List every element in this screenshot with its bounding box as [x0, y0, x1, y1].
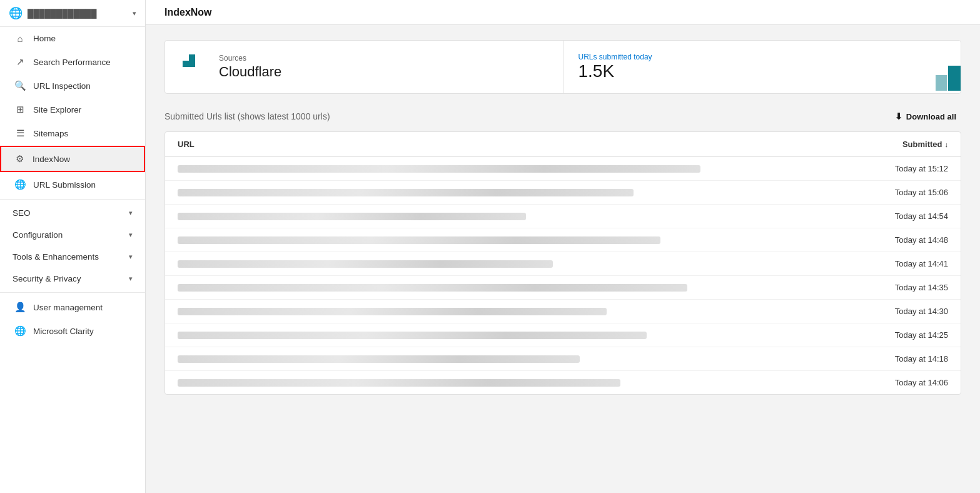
sidebar-item-url-inspection[interactable]: 🔍 URL Inspection — [0, 74, 145, 98]
chevron-tools-icon: ▾ — [129, 253, 133, 261]
svg-rect-1 — [183, 54, 189, 61]
table-row: Today at 14:48 — [165, 228, 961, 252]
grid-icon: ⊞ — [14, 104, 26, 115]
section-title-text: Submitted Urls list — [164, 111, 235, 121]
nav-divider-2 — [0, 292, 145, 293]
sidebar-item-search-performance-label: Search Performance — [33, 58, 111, 67]
page-title: IndexNow — [164, 7, 212, 18]
sidebar-item-home[interactable]: ⌂ Home — [0, 27, 145, 50]
svg-rect-3 — [936, 75, 947, 91]
cloudflare-logo — [180, 52, 210, 82]
time-cell-2: Today at 15:06 — [848, 188, 948, 197]
trending-icon: ↗ — [14, 56, 26, 68]
sidebar-item-home-label: Home — [33, 34, 56, 43]
url-cell-10 — [178, 379, 848, 387]
chart-corner-decoration — [923, 53, 961, 93]
globe-icon: 🌐 — [9, 6, 23, 20]
table-row: Today at 14:30 — [165, 300, 961, 323]
table-header: URL Submitted ↓ — [165, 132, 961, 157]
page-header: IndexNow — [146, 0, 980, 25]
sidebar-item-user-management[interactable]: 👤 User management — [0, 295, 145, 319]
section-subtitle: (shows latest 1000 urls) — [238, 111, 330, 121]
cards-row: Sources Cloudflare URLs submitted today … — [164, 40, 961, 94]
table-row: Today at 15:12 — [165, 157, 961, 181]
sidebar-header[interactable]: 🌐 ████████████ ▾ — [0, 0, 145, 27]
list-icon: ☰ — [14, 128, 26, 139]
url-cell-7 — [178, 308, 848, 315]
sidebar-item-indexnow-label: IndexNow — [33, 155, 70, 164]
time-cell-5: Today at 14:41 — [848, 259, 948, 268]
download-icon: ⬇ — [895, 111, 902, 121]
download-label: Download all — [906, 112, 956, 121]
svg-rect-2 — [948, 66, 961, 91]
sidebar-section-configuration[interactable]: Configuration ▾ — [0, 224, 145, 246]
sources-label: Sources — [219, 54, 281, 63]
sources-card: Sources Cloudflare — [165, 41, 563, 93]
sidebar-item-sitemaps-label: Sitemaps — [33, 129, 68, 138]
table-row: Today at 14:18 — [165, 347, 961, 371]
table-section-header: Submitted Urls list (shows latest 1000 u… — [164, 109, 961, 124]
chevron-seo-icon: ▾ — [129, 209, 133, 217]
home-icon: ⌂ — [14, 33, 26, 44]
globe2-icon: 🌐 — [14, 179, 26, 190]
sidebar-item-url-submission-label: URL Submission — [33, 180, 96, 190]
url-cell-4 — [178, 236, 848, 244]
sidebar-item-url-submission[interactable]: 🌐 URL Submission — [0, 173, 145, 196]
section-title: Submitted Urls list (shows latest 1000 u… — [164, 111, 330, 121]
time-cell-9: Today at 14:18 — [848, 354, 948, 363]
time-cell-8: Today at 14:25 — [848, 330, 948, 340]
sidebar-item-search-performance[interactable]: ↗ Search Performance — [0, 50, 145, 74]
url-cell-6 — [178, 284, 848, 292]
main-content: IndexNow Sources Cloudflare — [146, 0, 980, 493]
urls-label: URLs submitted today — [578, 53, 652, 61]
sources-value: Cloudflare — [219, 64, 281, 80]
site-name: ████████████ — [28, 9, 128, 18]
sidebar-item-sitemaps[interactable]: ☰ Sitemaps — [0, 121, 145, 145]
urls-value: 1.5K — [578, 61, 615, 81]
url-cell-3 — [178, 213, 848, 220]
sidebar-item-microsoft-clarity-label: Microsoft Clarity — [33, 327, 94, 336]
table-row: Today at 14:54 — [165, 205, 961, 228]
sidebar-section-seo[interactable]: SEO ▾ — [0, 202, 145, 224]
sidebar-item-site-explorer[interactable]: ⊞ Site Explorer — [0, 98, 145, 121]
url-table: URL Submitted ↓ Today at 15:12 Today at … — [164, 131, 961, 395]
time-cell-4: Today at 14:48 — [848, 235, 948, 245]
main-body: Sources Cloudflare URLs submitted today … — [146, 25, 980, 493]
table-row: Today at 14:35 — [165, 276, 961, 300]
time-cell-7: Today at 14:30 — [848, 307, 948, 316]
url-cell-9 — [178, 355, 848, 363]
clarity-icon: 🌐 — [14, 325, 26, 337]
security-label: Security & Privacy — [13, 274, 81, 283]
sidebar-item-indexnow[interactable]: ⚙ IndexNow — [0, 146, 145, 172]
url-cell-1 — [178, 165, 848, 173]
gear-icon: ⚙ — [14, 153, 25, 165]
download-all-button[interactable]: ⬇ Download all — [890, 109, 961, 124]
time-cell-1: Today at 15:12 — [848, 164, 948, 173]
table-row: Today at 14:41 — [165, 252, 961, 276]
time-cell-10: Today at 14:06 — [848, 378, 948, 387]
sidebar-section-tools[interactable]: Tools & Enhancements ▾ — [0, 246, 145, 268]
sort-arrow-icon[interactable]: ↓ — [945, 141, 949, 148]
nav-divider-1 — [0, 199, 145, 200]
configuration-label: Configuration — [13, 230, 63, 240]
sidebar-item-user-management-label: User management — [33, 303, 103, 312]
chevron-security-icon: ▾ — [129, 275, 133, 283]
table-row: Today at 15:06 — [165, 181, 961, 205]
url-cell-2 — [178, 189, 848, 196]
time-cell-6: Today at 14:35 — [848, 283, 948, 292]
sidebar-section-security[interactable]: Security & Privacy ▾ — [0, 268, 145, 290]
table-row: Today at 14:25 — [165, 323, 961, 347]
sidebar-item-site-explorer-label: Site Explorer — [33, 105, 81, 114]
urls-submitted-card: URLs submitted today 1.5K — [563, 41, 961, 93]
sidebar-item-microsoft-clarity[interactable]: 🌐 Microsoft Clarity — [0, 319, 145, 343]
user-icon: 👤 — [14, 302, 26, 313]
tools-label: Tools & Enhancements — [13, 252, 99, 262]
url-cell-5 — [178, 260, 848, 268]
col-submitted-header: Submitted ↓ — [848, 140, 948, 149]
col-url-header: URL — [178, 140, 848, 149]
time-cell-3: Today at 14:54 — [848, 211, 948, 221]
sidebar: 🌐 ████████████ ▾ ⌂ Home ↗ Search Perform… — [0, 0, 146, 493]
url-cell-8 — [178, 332, 848, 339]
sources-card-info: Sources Cloudflare — [219, 54, 281, 80]
search-icon: 🔍 — [14, 80, 26, 91]
